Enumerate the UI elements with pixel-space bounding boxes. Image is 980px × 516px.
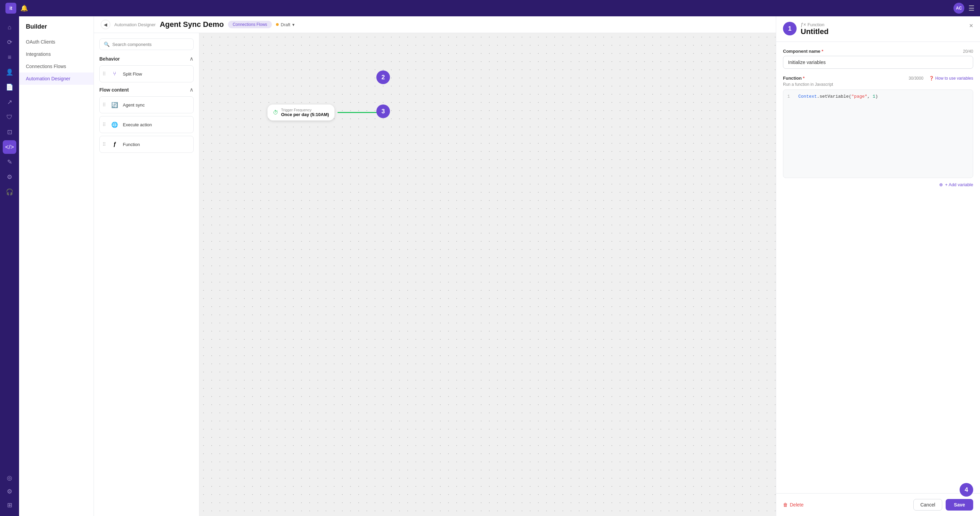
nav-title: Builder (19, 23, 94, 36)
search-icon: 🔍 (104, 41, 110, 47)
component-name-counter: 20/40 (963, 49, 973, 54)
step-badge-2: 2 (376, 70, 390, 84)
components-panel: 🔍 Behavior ∧ ⠿ ⑂ Split Flow Flow content… (94, 33, 199, 516)
function-type-icon: ƒ× (801, 22, 806, 27)
sidebar-item-settings[interactable]: ⚙ (3, 485, 16, 498)
agent-sync-item[interactable]: ⠿ 🔄 Agent sync (99, 96, 194, 113)
rp-body: Component name * 20/40 Function * 30/300… (776, 42, 980, 486)
notification-icon[interactable]: 🔔 (21, 5, 28, 12)
sidebar-item-oauth[interactable]: OAuth Clients (19, 36, 94, 48)
sidebar-item-connections[interactable]: ⟳ (3, 35, 16, 49)
sidebar: ⌂ ⟳ ≡ 👤 📄 ↗ 🛡 ⊡ </> ✎ ⚙ 🎧 ◎ ⚙ ⊞ (0, 16, 19, 516)
sidebar-item-code[interactable]: </> (3, 140, 16, 154)
code-content: Context.setVariable("page", 1) (798, 94, 878, 99)
step-badge-3: 3 (376, 105, 390, 118)
function-header: Function * 30/3000 ❓ How to use variable… (783, 76, 973, 81)
sidebar-item-edit[interactable]: ✎ (3, 155, 16, 169)
function-icon: ƒ (110, 140, 119, 149)
trigger-content: Trigger Frequency Once per day (5:10AM) (281, 108, 329, 117)
sidebar-item-flows[interactable]: ↗ (3, 95, 16, 109)
component-name-required: * (821, 49, 823, 54)
step-badge-4: 4 (959, 483, 973, 497)
breadcrumb: Automation Designer (115, 22, 156, 27)
component-name-label: Component name * (783, 49, 823, 54)
sidebar-bottom: ◎ ⚙ ⊞ (3, 471, 16, 512)
avatar[interactable]: AC (953, 3, 964, 14)
draft-chevron-icon: ▾ (292, 22, 295, 27)
code-line-1: 1 Context.setVariable("page", 1) (788, 94, 969, 99)
code-method: .setVariable( (817, 94, 851, 99)
sidebar-item-shield[interactable]: 🛡 (3, 110, 16, 124)
split-flow-label: Split Flow (123, 72, 142, 76)
function-counter: 30/3000 (908, 76, 923, 81)
code-close: ) (875, 94, 878, 99)
flow-content-section-header: Flow content ∧ (99, 86, 194, 93)
save-button[interactable]: Save (946, 499, 973, 511)
split-flow-icon: ⑂ (110, 69, 119, 79)
canvas-body: 🔍 Behavior ∧ ⠿ ⑂ Split Flow Flow content… (94, 33, 776, 516)
connections-flows-tag[interactable]: Connections Flows (228, 21, 272, 28)
execute-action-item[interactable]: ⠿ 🌐 Execute action (99, 116, 194, 133)
drag-handle-icon: ⠿ (102, 71, 106, 76)
sidebar-item-audio[interactable]: 🎧 (3, 185, 16, 199)
delete-icon: 🗑 (783, 502, 788, 508)
sidebar-item-docs[interactable]: 📄 (3, 80, 16, 94)
component-name-input[interactable] (783, 56, 973, 69)
execute-action-label: Execute action (123, 122, 152, 127)
add-variable-button[interactable]: ⊕ + Add variable (783, 182, 973, 187)
rp-footer: 🗑 Delete Cancel Save (776, 493, 980, 516)
component-name-header: Component name * 20/40 (783, 49, 973, 54)
code-editor[interactable]: 1 Context.setVariable("page", 1) (783, 89, 973, 178)
rp-type: ƒ× Function (801, 22, 829, 27)
app-logo[interactable]: it (5, 3, 16, 14)
sidebar-item-monitor[interactable]: ⊡ (3, 125, 16, 139)
add-variable-label: + Add variable (945, 182, 973, 187)
delete-button[interactable]: 🗑 Delete (783, 502, 803, 508)
sidebar-item-globe[interactable]: ◎ (3, 471, 16, 485)
search-input[interactable] (112, 42, 189, 47)
main-content: ◀ Automation Designer Agent Sync Demo Co… (94, 16, 980, 516)
rp-header-left: 1 ƒ× Function Untitled (783, 22, 829, 36)
footer-actions: Cancel Save (913, 499, 973, 511)
menu-icon[interactable]: ☰ (969, 4, 975, 12)
function-subtitle: Run a function in Javascript (783, 82, 973, 87)
topbar: it 🔔 AC ☰ (0, 0, 980, 16)
rp-title: Untitled (801, 27, 829, 36)
draft-label: Draft (281, 22, 290, 27)
split-flow-item[interactable]: ⠿ ⑂ Split Flow (99, 65, 194, 82)
sidebar-item-list[interactable]: ≡ (3, 50, 16, 64)
sidebar-item-home[interactable]: ⌂ (3, 21, 16, 34)
sidebar-item-connections-flows[interactable]: Connections Flows (19, 60, 94, 73)
sidebar-item-contacts[interactable]: 👤 (3, 65, 16, 79)
back-button[interactable]: ◀ (101, 20, 110, 29)
rp-step-badge: 1 (783, 22, 797, 35)
drag-handle-icon: ⠿ (102, 142, 106, 147)
canvas-header: ◀ Automation Designer Agent Sync Demo Co… (94, 16, 776, 33)
cancel-button[interactable]: Cancel (913, 499, 943, 511)
flow-canvas: 2 3 ⏱ Trigger Frequency Once per day (5:… (199, 33, 776, 516)
behavior-section-toggle[interactable]: ∧ (189, 56, 194, 62)
sidebar-item-automation-designer[interactable]: Automation Designer (19, 73, 94, 85)
sidebar-item-grid[interactable]: ⊞ (3, 498, 16, 512)
trigger-node[interactable]: ⏱ Trigger Frequency Once per day (5:10AM… (267, 105, 334, 121)
canvas-wrapper: ◀ Automation Designer Agent Sync Demo Co… (94, 16, 776, 516)
behavior-section-title: Behavior (99, 56, 120, 62)
draft-status-dot (276, 23, 279, 26)
drag-handle-icon: ⠿ (102, 102, 106, 108)
code-object: Context (798, 94, 817, 99)
draft-button[interactable]: Draft ▾ (276, 22, 295, 27)
code-string: "page" (851, 94, 867, 99)
connector-line (337, 112, 379, 113)
topbar-left: it 🔔 (5, 3, 28, 14)
add-variable-icon: ⊕ (939, 182, 943, 187)
function-item[interactable]: ⠿ ƒ Function (99, 136, 194, 153)
how-to-variables-link[interactable]: ❓ How to use variables (929, 76, 973, 81)
trigger-title: Trigger Frequency (281, 108, 329, 112)
agent-sync-label: Agent sync (123, 102, 145, 108)
close-button[interactable]: × (969, 22, 973, 30)
sidebar-item-puzzle[interactable]: ⚙ (3, 170, 16, 184)
page-title: Agent Sync Demo (159, 20, 224, 29)
rp-type-label: Function (808, 22, 824, 27)
flow-content-section-toggle[interactable]: ∧ (189, 86, 194, 93)
sidebar-item-integrations[interactable]: Integrations (19, 48, 94, 60)
